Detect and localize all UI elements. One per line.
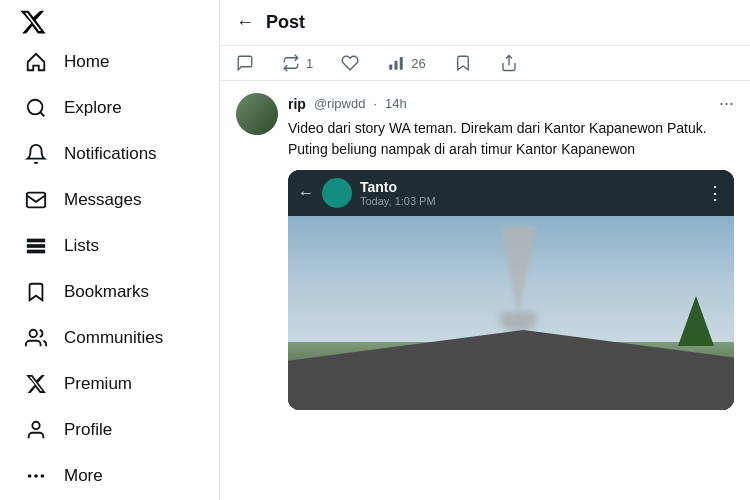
tornado-visual: [500, 226, 536, 332]
wa-back-arrow: ←: [298, 184, 314, 202]
tweet-row: rip @ripwdd · 14h ··· Video dari story W…: [236, 93, 734, 410]
avatar: [236, 93, 278, 135]
share-action[interactable]: [500, 54, 518, 72]
post-title: Post: [266, 12, 305, 33]
svg-rect-2: [28, 240, 45, 242]
trees: [678, 296, 714, 350]
lists-icon: [24, 234, 48, 258]
wa-timestamp: Today, 1:03 PM: [360, 195, 436, 207]
tree: [678, 296, 714, 346]
sidebar-item-premium[interactable]: Premium: [12, 362, 207, 406]
svg-rect-4: [28, 251, 45, 253]
sidebar-item-communities-label: Communities: [64, 328, 163, 348]
sidebar-item-profile-label: Profile: [64, 420, 112, 440]
wa-info: Tanto Today, 1:03 PM: [360, 179, 436, 207]
sidebar-item-explore[interactable]: Explore: [12, 86, 207, 130]
svg-point-6: [32, 422, 39, 429]
bookmark-action[interactable]: [454, 54, 472, 72]
sidebar-item-explore-label: Explore: [64, 98, 122, 118]
retweet-action[interactable]: 1: [282, 54, 313, 72]
communities-icon: [24, 326, 48, 350]
video-frame: [288, 216, 734, 410]
sidebar-item-messages-label: Messages: [64, 190, 141, 210]
bell-icon: [24, 142, 48, 166]
sidebar-item-more-label: More: [64, 466, 103, 486]
tweet-meta: rip @ripwdd · 14h ···: [288, 93, 734, 114]
bookmark-icon: [24, 280, 48, 304]
svg-point-9: [41, 474, 45, 478]
wa-header: ← Tanto Today, 1:03 PM ⋮: [288, 170, 734, 216]
sidebar-item-profile[interactable]: Profile: [12, 408, 207, 452]
wa-more-icon: ⋮: [706, 182, 724, 204]
premium-icon: [24, 372, 48, 396]
tweet-more-button[interactable]: ···: [719, 93, 734, 114]
sidebar-item-notifications[interactable]: Notifications: [12, 132, 207, 176]
svg-rect-12: [400, 57, 403, 70]
sidebar-item-communities[interactable]: Communities: [12, 316, 207, 360]
wa-sender-name: Tanto: [360, 179, 436, 195]
reply-action[interactable]: [236, 54, 254, 72]
explore-icon: [24, 96, 48, 120]
profile-icon: [24, 418, 48, 442]
svg-point-5: [30, 330, 37, 337]
tweet-username: rip: [288, 96, 306, 112]
svg-rect-1: [27, 193, 45, 208]
tweet-content: rip @ripwdd · 14h ··· Video dari story W…: [288, 93, 734, 410]
sidebar: Home Explore Notifications: [0, 0, 220, 500]
main-content: ← Post 1 26: [220, 0, 750, 500]
svg-rect-10: [389, 65, 392, 70]
nav-items: Home Explore Notifications: [12, 40, 207, 498]
sidebar-item-bookmarks[interactable]: Bookmarks: [12, 270, 207, 314]
views-action[interactable]: 26: [387, 54, 425, 72]
post-header: ← Post: [220, 0, 750, 46]
svg-rect-3: [28, 245, 45, 247]
roof: [288, 330, 734, 410]
tweet-handle: @ripwdd: [314, 96, 366, 111]
sidebar-item-lists[interactable]: Lists: [12, 224, 207, 268]
tweet-text: Video dari story WA teman. Direkam dari …: [288, 118, 734, 160]
wa-avatar: [322, 178, 352, 208]
sidebar-item-premium-label: Premium: [64, 374, 132, 394]
sidebar-item-more[interactable]: More: [12, 454, 207, 498]
home-icon: [24, 50, 48, 74]
action-bar: 1 26: [220, 46, 750, 81]
views-count: 26: [411, 56, 425, 71]
messages-icon: [24, 188, 48, 212]
sidebar-item-bookmarks-label: Bookmarks: [64, 282, 149, 302]
tornado-funnel: [500, 226, 536, 316]
sidebar-item-notifications-label: Notifications: [64, 144, 157, 164]
video-embed[interactable]: ← Tanto Today, 1:03 PM ⋮: [288, 170, 734, 410]
sidebar-item-home-label: Home: [64, 52, 109, 72]
x-logo[interactable]: [12, 8, 54, 36]
more-icon: [24, 464, 48, 488]
like-action[interactable]: [341, 54, 359, 72]
sidebar-item-home[interactable]: Home: [12, 40, 207, 84]
tweet-time: ·: [373, 96, 377, 111]
tweet-meta-left: rip @ripwdd · 14h: [288, 96, 407, 112]
svg-rect-11: [395, 61, 398, 70]
roof-area: [288, 329, 734, 410]
svg-point-0: [28, 100, 43, 115]
svg-point-8: [34, 474, 38, 478]
tweet-area: rip @ripwdd · 14h ··· Video dari story W…: [220, 81, 750, 500]
retweet-count: 1: [306, 56, 313, 71]
back-button[interactable]: ←: [236, 12, 254, 33]
sidebar-item-lists-label: Lists: [64, 236, 99, 256]
sidebar-item-messages[interactable]: Messages: [12, 178, 207, 222]
tweet-timestamp: 14h: [385, 96, 407, 111]
svg-point-7: [28, 474, 32, 478]
